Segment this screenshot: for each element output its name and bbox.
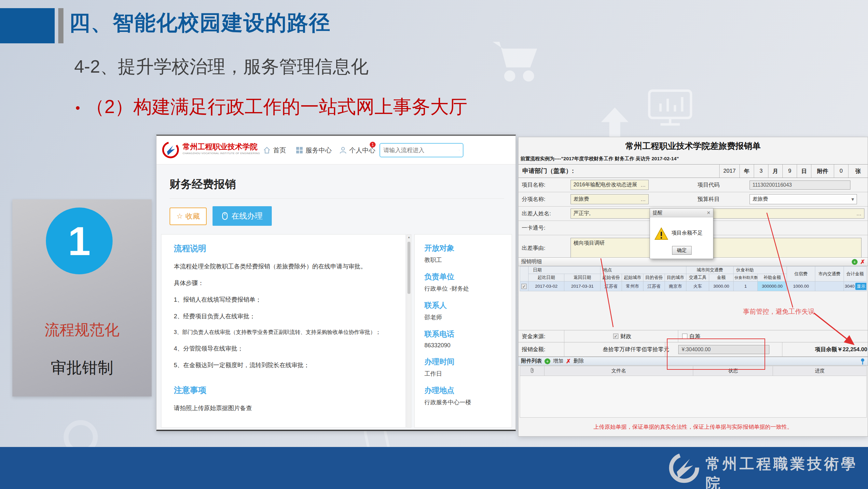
step-label-primary: 流程规范化 [12,320,152,340]
search-input[interactable] [383,147,459,154]
footer-text-block: 常州工程職業技術學院 CHANGZHOU VOCATIONAL INSTITUT… [706,454,868,489]
funding-opt1-label: 财政 [620,333,631,340]
cell-city-traffic [815,282,844,291]
popup-ok-button[interactable]: 确定 [672,246,691,255]
notes-text: 请拍照上传原始票据图片备查 [174,404,393,412]
slide-subtitle: 4-2、提升学校治理，服务管理信息化 [74,55,369,79]
upload-warning-text: 上传原始单据，保证单据的真实合法性，保证上传单据与实际报销单据的一致性。 [519,423,868,431]
warning-triangle-icon [654,227,668,241]
popup-title: 提醒 [653,210,662,216]
total-value: 3040 [845,284,855,289]
footer-logo-cn: 常州工程職業技術學院 [706,454,868,489]
pre-process-note: 前置流程实例为----"2017年度学校财务工作 财务工作 吴访升 2017-0… [520,156,679,162]
scroll-up-arrow[interactable]: ▲ [407,235,411,240]
portal-page-title: 财务经费报销 [169,177,236,192]
corner-accent-block [0,8,55,43]
process-step: 1、报销人在线填写经费报销单； [174,295,393,304]
slide-bullet: •（2）构建满足行政工作的一站式网上事务大厅 [75,94,467,120]
grid-icon [296,147,303,154]
mouse-icon [222,212,228,220]
pin-icon[interactable] [860,358,865,365]
favorite-label: 收藏 [186,211,200,221]
ellipsis-icon[interactable]: … [856,211,862,217]
popup-message: 项目余额不足 [672,230,703,236]
school-logo-icon [162,141,179,159]
online-handle-button[interactable]: 在线办理 [213,206,272,226]
favorite-button[interactable]: ☆ 收藏 [169,207,207,225]
ellipsis-icon[interactable]: … [641,182,646,188]
trip-reason-field[interactable]: 横向项目调研 [570,238,862,258]
add-attachment-label[interactable]: 增加 [553,358,563,365]
info-value: 行政单位 -财务处 [425,285,502,292]
process-intro: 本流程处理全院教职工各类经费报销（差旅费除外）的在线申请与审批。 [174,262,393,270]
attachment-heading: 附件列表 [521,358,542,365]
project-name-field[interactable]: 2016年输配电价改动态进展研究… [570,180,649,190]
step-number: 1 [68,218,91,264]
attachment-table: 文件名 状态 进度 [520,366,867,418]
col-start-date: 起讫日期 [528,274,564,282]
portal-logo-en: CHANGZHOU VOCATIONAL INSTITUTE OF ENGINE… [183,152,260,155]
portal-logo-block: 常州工程职业技术学院 CHANGZHOU VOCATIONAL INSTITUT… [183,142,260,155]
detail-heading: 报销明细 [521,258,542,265]
add-row-icon[interactable]: + [852,259,858,265]
col-to-province: 目的省份 [644,274,665,282]
scrollbar-thumb[interactable] [407,242,410,294]
scrollbar[interactable]: ▲ [406,234,411,428]
delete-attachment-icon[interactable]: ✗ [566,358,571,365]
checkbox-checked-icon[interactable]: ✓ [613,334,618,339]
ellipsis-icon[interactable]: … [641,197,646,202]
nav-home[interactable]: 首页 [263,136,286,165]
subitem-field[interactable]: 差旅费… [570,194,649,204]
trip-reason-value: 横向项目调研 [574,240,605,247]
nav-personal-center[interactable]: 个人中心 [339,136,375,165]
col-group-place: 地点 [600,266,686,274]
cell-to-city: 南京市 [665,282,686,291]
checkbox-unchecked-icon[interactable] [682,334,687,339]
card-number-field[interactable] [567,221,868,235]
footer-logo-icon [668,452,701,484]
row-checkbox[interactable]: ✓ [521,284,527,289]
amount-label: 报销金额: [519,346,564,353]
funding-label: 资金来源: [519,333,564,340]
popup-close-icon[interactable]: ✕ [707,210,711,215]
attachment-empty-body [520,376,867,418]
trip-reason-label: 出差事由: [519,235,567,261]
search-icon[interactable] [459,146,460,154]
card-number-label: 一卡通号: [519,221,567,235]
notification-badge[interactable]: 1 [370,142,376,148]
red-annotation: 事前管控，避免工作失误 [743,307,815,316]
show-button[interactable]: 显示 [855,283,867,290]
add-attachment-icon[interactable]: + [545,358,550,364]
nav-service-center[interactable]: 服务中心 [296,136,332,165]
traveler-field[interactable]: 严正宇,… [570,208,864,219]
steps-label: 具体步骤： [174,279,393,287]
date-day-unit: 日 [797,165,811,177]
amount-in-words: 叁拾零万肆仟零佰零拾零元 [564,342,665,356]
delete-row-icon[interactable]: ✗ [860,258,865,265]
red-highlight-rectangle [667,339,765,370]
dropdown-arrow-icon[interactable]: ▾ [851,196,854,202]
service-info-panel: 开放对象 教职工 负责单位 行政单位 -财务处 联系人 邵老师 联系电话 863… [414,234,512,428]
col-group-meal: 伙食补助 [733,266,787,274]
attachment-label: 附件 [811,165,834,177]
funding-option-finance[interactable]: ✓财政 [564,330,678,342]
online-label: 在线办理 [231,211,262,221]
info-label: 办理时间 [425,357,502,367]
delete-attachment-label[interactable]: 删除 [574,358,584,365]
home-icon [263,147,271,154]
detail-row[interactable]: ✓ 2017-03-02 2017-03-31 江苏省 常州市 江苏省 南京市 … [520,282,867,291]
select-column-header [520,266,529,282]
info-value: 86332090 [425,342,502,349]
portal-topbar: 常州工程职业技术学院 CHANGZHOU VOCATIONAL INSTITUT… [157,136,516,165]
col-meal-days: 伙食补助天数 [733,274,758,282]
info-value: 行政服务中心一楼 [425,398,502,406]
apply-dept-row: 申请部门（盖章）: 2017 年 3 月 9 日 附件 0 张 [519,164,868,178]
cell-total: 3040显示 [844,282,866,291]
cell-amount: 3000.00 [709,282,734,291]
monitor-chart-icon [646,87,694,128]
process-step: 4、分管院领导在线审批； [174,344,393,352]
portal-logo-cn: 常州工程职业技术学院 [183,142,260,152]
budget-subject-select[interactable]: 差旅费▾ [749,194,857,204]
cell-end-date: 2017-03-31 [564,282,600,291]
cell-to-province: 江苏省 [644,282,665,291]
